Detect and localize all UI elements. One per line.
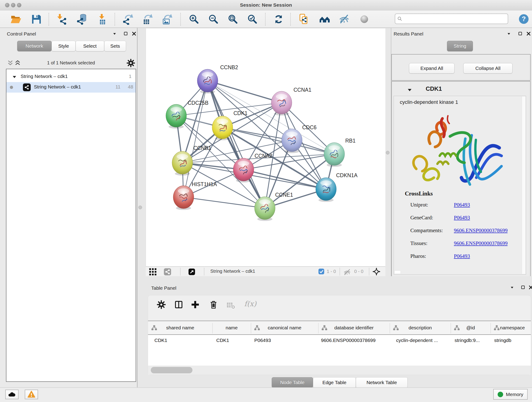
- main-toolbar: ?: [0, 11, 532, 28]
- detach-view-icon[interactable]: [188, 268, 196, 276]
- network-share-icon[interactable]: [164, 268, 171, 276]
- crosslink-value-link[interactable]: 9606.ENSP00000378699: [454, 240, 508, 246]
- selected-count: 1 - 0: [327, 269, 336, 274]
- crosslink-label: Uniprot:: [410, 202, 428, 208]
- show-all-icon[interactable]: [359, 14, 370, 25]
- column-header-canonical-name[interactable]: canonical name: [251, 321, 318, 334]
- table-horizontal-scrollbar[interactable]: [148, 366, 531, 375]
- tab-sets[interactable]: Sets: [104, 41, 126, 51]
- collection-expander-icon[interactable]: [12, 75, 17, 80]
- results-panel-close-icon[interactable]: [526, 31, 532, 37]
- control-panel-close-icon[interactable]: [131, 31, 137, 37]
- title-bar: Session: New Session: [0, 0, 532, 11]
- gene-expander-icon[interactable]: [407, 87, 412, 93]
- results-panel-collapse-icon[interactable]: [506, 31, 512, 37]
- delete-column-icon[interactable]: [209, 300, 218, 309]
- svg-text:CCNB2: CCNB2: [220, 64, 238, 70]
- tab-node-table[interactable]: Node Table: [272, 377, 313, 388]
- tab-select[interactable]: Select: [76, 41, 104, 51]
- column-divider[interactable]: [318, 323, 318, 333]
- apply-layout-icon[interactable]: [273, 14, 284, 25]
- selected-nodes-checkbox-icon[interactable]: [318, 268, 324, 274]
- zoom-in-icon[interactable]: [188, 14, 199, 25]
- results-panel-title: Results Panel: [394, 31, 423, 37]
- crosslink-value-link[interactable]: 9606.ENSP00000378699: [454, 228, 508, 234]
- column-header-label: canonical name: [268, 325, 301, 331]
- import-network-from-database-icon[interactable]: [77, 14, 88, 25]
- tab-network-table[interactable]: Network Table: [356, 377, 408, 388]
- crosslink-value-link[interactable]: P06493: [454, 215, 470, 221]
- results-vertical-scrollbar[interactable]: [522, 96, 525, 274]
- crosslink-value-link[interactable]: P06493: [454, 202, 470, 208]
- crosslink-row: Pharos:P06493: [410, 251, 520, 264]
- network-options-gear-icon[interactable]: [127, 59, 135, 67]
- tab-network[interactable]: Network: [17, 41, 51, 51]
- scrollbar-thumb[interactable]: [151, 367, 192, 373]
- export-network-icon[interactable]: [122, 14, 133, 25]
- collapse-all-networks-icon[interactable]: [7, 60, 14, 66]
- table-cell: stringdb:9...: [455, 338, 489, 343]
- column-divider[interactable]: [451, 323, 451, 333]
- add-column-icon[interactable]: [191, 300, 200, 309]
- right-splitter-handle[interactable]: [386, 151, 389, 154]
- column-divider[interactable]: [491, 323, 491, 333]
- import-table-from-file-icon[interactable]: [97, 14, 108, 25]
- column-header-description[interactable]: description: [390, 321, 451, 334]
- column-header-label: namespace: [500, 325, 525, 331]
- zoom-fit-icon[interactable]: [227, 14, 238, 25]
- network-canvas[interactable]: CCNB2CCNA1CDC25BCDK1CDC6RB1CCNB1CCNA2CDK…: [146, 28, 385, 266]
- column-header--id[interactable]: @id: [451, 321, 491, 334]
- table-panel-collapse-icon[interactable]: [509, 284, 515, 290]
- column-divider[interactable]: [390, 323, 390, 333]
- search-input[interactable]: [404, 14, 506, 24]
- tab-style[interactable]: Style: [51, 41, 76, 51]
- expand-all-networks-icon[interactable]: [14, 60, 21, 66]
- results-panel-float-icon[interactable]: [517, 31, 523, 37]
- left-splitter-handle[interactable]: [138, 206, 142, 209]
- memory-button[interactable]: Memory: [493, 389, 528, 400]
- first-neighbors-icon[interactable]: [319, 14, 330, 25]
- column-header-database-identifier[interactable]: database identifier: [318, 321, 390, 334]
- warnings-button[interactable]: [25, 390, 38, 399]
- cloud-button[interactable]: [5, 390, 19, 399]
- status-bar: Memory: [0, 387, 532, 402]
- network-overview-grid-icon[interactable]: [149, 268, 157, 276]
- duplicate-network-icon[interactable]: [299, 14, 310, 25]
- column-divider[interactable]: [212, 323, 213, 333]
- control-panel-float-icon[interactable]: [123, 31, 129, 37]
- hidden-eye-icon[interactable]: [343, 268, 350, 275]
- hide-selected-icon[interactable]: [339, 14, 350, 25]
- crosslink-row: Tissues:9606.ENSP00000378699: [410, 238, 520, 251]
- export-table-icon[interactable]: [142, 14, 153, 25]
- column-header-shared-name[interactable]: shared name: [148, 321, 212, 334]
- network-row-selected[interactable]: String Network – cdk1 11 48: [6, 82, 136, 93]
- column-header-name[interactable]: name: [212, 321, 251, 334]
- column-header-namespace[interactable]: namespace: [491, 321, 532, 334]
- crosslink-value-link[interactable]: P06493: [454, 253, 470, 259]
- column-divider[interactable]: [251, 323, 251, 333]
- expand-all-button[interactable]: Expand All: [409, 63, 455, 74]
- fit-content-crosshair-icon[interactable]: [373, 268, 381, 276]
- column-header-label: shared name: [166, 325, 194, 331]
- show-columns-icon[interactable]: [174, 300, 183, 309]
- zoom-selected-icon[interactable]: [247, 14, 258, 25]
- help-button[interactable]: ?: [518, 13, 529, 25]
- table-panel-float-icon[interactable]: [520, 284, 526, 290]
- table-cell: stringdb: [494, 338, 532, 343]
- open-session-icon[interactable]: [10, 14, 21, 25]
- tab-string[interactable]: String: [447, 41, 473, 51]
- search-box[interactable]: [395, 13, 508, 24]
- import-network-from-file-icon[interactable]: [56, 14, 67, 25]
- export-image-icon[interactable]: [161, 14, 172, 25]
- table-panel-close-icon[interactable]: [528, 284, 532, 290]
- collapse-all-button[interactable]: Collapse All: [463, 63, 513, 74]
- zoom-out-icon[interactable]: [208, 14, 219, 25]
- network-collection-row[interactable]: String Network – cdk1 1: [6, 71, 136, 82]
- table-row[interactable]: CDK1CDK1P064939606.ENSP00000378699cyclin…: [148, 335, 531, 346]
- results-horizontal-scrollbar[interactable]: [394, 270, 401, 274]
- tab-edge-table[interactable]: Edge Table: [313, 377, 356, 388]
- table-panel-title: Table Panel: [151, 285, 177, 291]
- table-settings-gear-icon[interactable]: [157, 300, 166, 309]
- control-panel-collapse-icon[interactable]: [112, 31, 118, 37]
- save-session-icon[interactable]: [31, 14, 42, 25]
